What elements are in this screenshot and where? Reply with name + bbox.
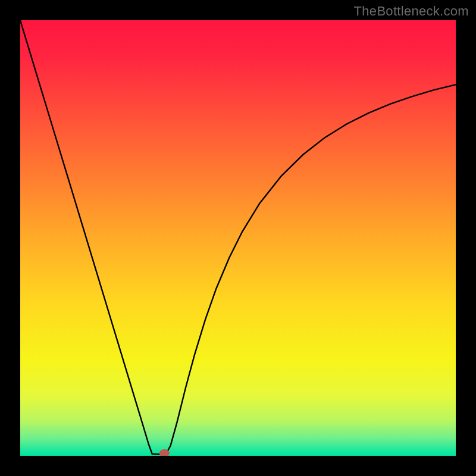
chart-frame: TheBottleneck.com <box>0 0 476 476</box>
chart-svg <box>20 20 456 456</box>
watermark-text: TheBottleneck.com <box>354 4 469 19</box>
plot-area <box>20 20 456 456</box>
